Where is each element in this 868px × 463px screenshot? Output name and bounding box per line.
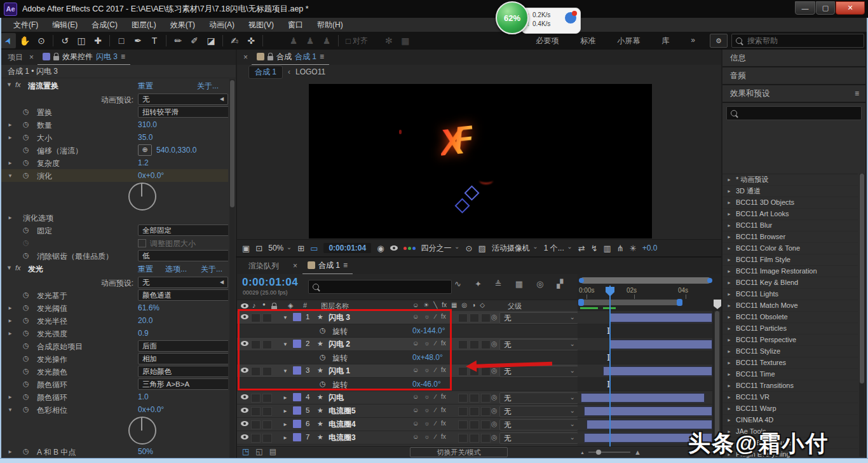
always-preview-toggle-icon[interactable]: ▣ [242, 244, 250, 253]
stopwatch-icon[interactable]: ◷ [23, 316, 29, 324]
share-view-button-icon[interactable]: ⇄ [578, 244, 585, 253]
audio-cell[interactable] [251, 394, 261, 403]
show-snapshot-button-eye-icon[interactable] [390, 245, 398, 251]
twirl-icon[interactable]: ► [727, 380, 731, 391]
preset-category[interactable]: ►BCC11 Image Restoration [722, 266, 858, 277]
twirl-icon[interactable]: ► [727, 209, 731, 219]
zoom-slider-thumb[interactable] [596, 450, 601, 455]
resolution-select[interactable]: 四分之一 [421, 243, 460, 254]
menu-3[interactable]: 合成(C) [85, 20, 125, 31]
preset-category[interactable]: ►3D 通道 [722, 186, 858, 197]
preset-category[interactable]: ►BCC11 Blur [722, 220, 858, 232]
param-dropdown[interactable]: 全部固定 [138, 225, 228, 236]
menu-8[interactable]: 窗口 [281, 20, 310, 31]
twirl-icon[interactable]: ► [8, 331, 13, 336]
twirl-icon[interactable]: ▼ [6, 81, 12, 88]
layer-switches[interactable]: ☺☼∕fx [412, 420, 457, 427]
layer-visibility-icon[interactable] [241, 421, 248, 426]
twirl-icon[interactable]: ► [727, 392, 731, 403]
tab-timeline-comp[interactable]: 合成 1 ≡ [302, 258, 353, 275]
timeline-button-icon[interactable]: ▥ [604, 244, 611, 253]
graph-editor-toggle-icon[interactable]: ▞ [557, 279, 563, 289]
stopwatch-icon[interactable]: ◷ [23, 171, 29, 179]
hand-tool-icon[interactable]: ✋ [17, 33, 32, 48]
frame-blending-toggle-icon[interactable]: ▦ [515, 279, 523, 289]
clone-stamp-tool-icon[interactable]: ✐ [187, 33, 202, 48]
layer-twirl-icon[interactable]: ► [283, 408, 288, 414]
timecode-display[interactable]: 0:00:01:04 [323, 243, 371, 253]
layer-label-chip[interactable] [293, 406, 301, 415]
switch-cell[interactable] [481, 434, 491, 443]
preset-category[interactable]: ►BCC11 Match Move [722, 300, 858, 312]
tab-project[interactable]: 项目 [1, 52, 29, 63]
effect-link-[interactable]: 重置 [138, 264, 153, 275]
info-panel-header[interactable]: 信息 [722, 50, 865, 67]
region-of-interest-button-icon[interactable]: ▭ [310, 244, 318, 253]
stopwatch-icon[interactable]: ◷ [23, 226, 29, 234]
primary-viewer-toggle-icon[interactable]: ⊡ [255, 244, 262, 253]
stopwatch-icon[interactable]: ◷ [23, 133, 29, 141]
preset-category[interactable]: ►BCC11 Browser [722, 232, 858, 243]
twirl-icon[interactable]: ► [727, 357, 731, 368]
switch-cell[interactable] [481, 407, 491, 416]
stopwatch-icon[interactable]: ◷ [23, 354, 29, 363]
menu-2[interactable]: 编辑(E) [45, 20, 85, 31]
effect-panel-scrollbar[interactable] [229, 79, 235, 458]
twirl-icon[interactable]: ► [8, 318, 13, 324]
expand-inout-columns-button-icon[interactable]: ▤ [269, 447, 276, 456]
layer-row[interactable]: ►6★电流圈4☺☼∕fx◎无 [237, 418, 578, 431]
twirl-icon[interactable]: ► [727, 415, 731, 425]
parent-pickwhip-icon[interactable]: ◎ [491, 313, 498, 321]
panel-menu-icon[interactable]: ≡ [855, 85, 859, 102]
draft-3d-toggle-icon[interactable]: ≜ [495, 279, 502, 289]
puppet-pin-tool-icon[interactable]: ✜ [243, 33, 259, 48]
panel-menu-icon[interactable]: ≡ [343, 261, 348, 270]
motion-blur-toggle-icon[interactable]: ◎ [536, 279, 543, 289]
zoom-tool-icon[interactable]: ⊙ [34, 33, 49, 48]
switch-cell[interactable] [481, 314, 491, 322]
param-dropdown[interactable]: 后面 [138, 340, 228, 352]
maximize-button[interactable]: ▢ [816, 1, 835, 15]
audio-cell[interactable] [251, 434, 261, 443]
menu-7[interactable]: 视图(V) [241, 20, 281, 31]
composition-viewport[interactable]: XF [309, 84, 652, 238]
twirl-icon[interactable]: ► [727, 277, 731, 288]
stopwatch-icon[interactable]: ◷ [23, 146, 29, 154]
expand-transfer-controls-button-icon[interactable]: ◱ [255, 447, 262, 456]
layer-duration-bar[interactable] [609, 340, 712, 349]
timeline-horizontal-scrollbar[interactable] [580, 277, 711, 284]
magnification-select[interactable]: 50% [268, 244, 292, 252]
zoom-slider[interactable] [588, 452, 630, 453]
parent-pickwhip-icon[interactable]: ◎ [491, 406, 498, 415]
menu-6[interactable]: 动画(A) [202, 20, 241, 31]
preset-category[interactable]: ►BCC11 Stylize [722, 346, 858, 357]
preset-category[interactable]: ►BCC11 Transitions [722, 380, 858, 392]
notification-badge-icon[interactable] [564, 11, 577, 24]
param-value[interactable]: 0x+0.0° [138, 405, 164, 414]
workspace-3[interactable]: 小屏幕 [606, 36, 651, 46]
brush-tool-icon[interactable]: ✏ [170, 33, 186, 48]
track-layer-row[interactable] [578, 338, 712, 351]
panel-menu-icon[interactable]: ≡ [320, 52, 324, 61]
preset-category[interactable]: ►BCC11 Key & Blend [722, 277, 858, 289]
tab-composition[interactable]: 合成 合成 1 ≡ [252, 50, 329, 65]
param-value[interactable]: 1.0 [138, 392, 149, 401]
switch-cell[interactable] [458, 340, 468, 349]
preset-category[interactable]: ►BCC11 Warp [722, 403, 858, 415]
twirl-icon[interactable]: ► [727, 174, 731, 185]
timeline-search[interactable] [308, 280, 452, 294]
twirl-icon[interactable]: ► [727, 220, 731, 231]
pan-behind-tool-icon[interactable]: ✚ [90, 33, 105, 48]
reset-exposure-button-icon[interactable]: ✳ [630, 244, 637, 253]
twirl-icon[interactable]: ▼ [8, 407, 13, 413]
workspace-4[interactable]: 库 [651, 36, 680, 46]
layer-name[interactable]: 闪电 [329, 392, 344, 403]
stopwatch-icon[interactable]: ◷ [23, 447, 29, 455]
twirl-icon[interactable]: ► [727, 369, 731, 380]
stopwatch-icon[interactable]: ◷ [23, 120, 29, 128]
twirl-icon[interactable]: ► [727, 232, 731, 242]
layer-twirl-icon[interactable]: ► [283, 422, 288, 427]
layer-row[interactable]: ►5★电流圈5☺☼∕fx◎无 [237, 404, 578, 418]
twirl-icon[interactable]: ► [727, 186, 731, 197]
timeline-search-input[interactable] [323, 282, 433, 292]
